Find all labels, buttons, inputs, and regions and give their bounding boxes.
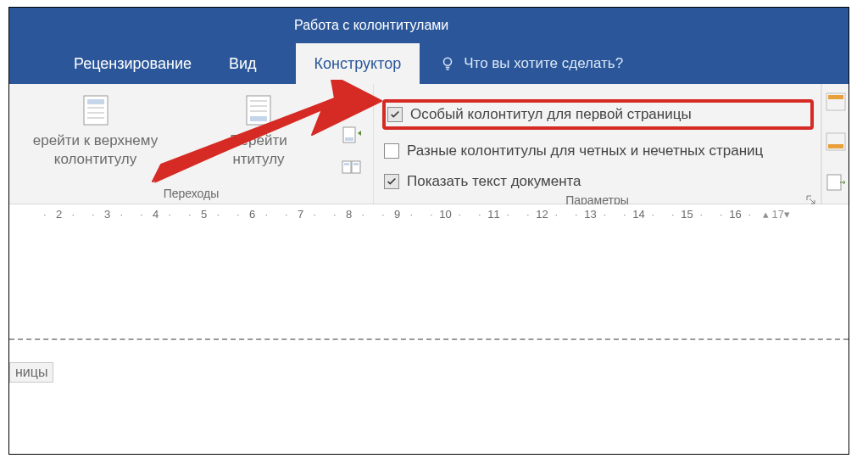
header-label-tab: ницы [9, 362, 53, 383]
page-header-icon [77, 92, 114, 128]
checkbox-icon [387, 107, 403, 122]
insert-alignment-tab-icon[interactable] [826, 173, 848, 195]
previous-section-button[interactable] [341, 92, 363, 115]
checkbox-different-first-page-label: Особый колонтитул для первой страницы [410, 106, 692, 123]
tab-review-label: Рецензирование [74, 55, 192, 73]
goto-footer-button[interactable]: Перейти нтитулу [178, 89, 339, 169]
tab-review[interactable]: Рецензирование [55, 43, 210, 84]
svg-rect-14 [345, 137, 353, 141]
contextual-tab-title-text: Работа с колонтитулами [294, 18, 448, 33]
tell-me-placeholder: Что вы хотите сделать? [464, 55, 623, 72]
svg-rect-10 [250, 116, 267, 121]
document-area[interactable]: ницы формационная компьютерная сеть «Инт… [9, 225, 849, 454]
goto-header-line2: колонтитулу [54, 150, 136, 169]
checkbox-icon [384, 174, 399, 189]
tab-design-label: Конструктор [314, 55, 402, 73]
goto-header-line1: ерейти к верхнему [33, 131, 158, 150]
checkbox-show-document-text[interactable]: Показать текст документа [382, 172, 814, 191]
nav-group-label: Переходы [9, 184, 373, 204]
checkbox-odd-even-pages-label: Разные колонтитулы для четных и нечетных… [407, 143, 763, 159]
checkbox-icon [384, 143, 399, 159]
goto-footer-line2: нтитулу [232, 150, 284, 169]
next-section-button[interactable] [341, 125, 363, 147]
svg-rect-20 [828, 95, 843, 99]
tab-view[interactable]: Вид [210, 43, 275, 84]
checkbox-odd-even-pages[interactable]: Разные колонтитулы для четных и нечетных… [382, 142, 814, 160]
svg-rect-17 [344, 163, 349, 165]
lightbulb-icon [440, 56, 455, 71]
horizontal-ruler[interactable]: 2345678910111213141516▴ 17▾ [9, 204, 849, 225]
footer-position-icon[interactable] [826, 132, 848, 154]
goto-header-button[interactable]: ерейти к верхнему колонтитулу [13, 89, 178, 169]
ribbon-body: ерейти к верхнему колонтитулу Перейти нт… [9, 84, 849, 204]
checkbox-show-document-text-label: Показать текст документа [407, 173, 581, 190]
svg-rect-18 [353, 163, 359, 165]
svg-rect-2 [87, 99, 104, 104]
checkbox-different-first-page[interactable]: Особый колонтитул для первой страницы [382, 99, 814, 130]
tab-view-label: Вид [229, 55, 257, 73]
tab-design[interactable]: Конструктор [296, 43, 420, 84]
contextual-tab-title: Работа с колонтитулами [9, 8, 849, 43]
ribbon-tab-strip: Рецензирование Вид Конструктор Что вы хо… [9, 43, 849, 84]
link-to-previous-button[interactable] [341, 157, 363, 179]
document-body-text: формационная компьютерная сеть «Интернет… [9, 340, 849, 454]
svg-rect-12 [345, 97, 353, 100]
svg-rect-23 [827, 175, 841, 190]
svg-rect-22 [828, 144, 843, 148]
page-footer-icon [240, 92, 277, 128]
goto-footer-line1: Перейти [230, 131, 287, 150]
svg-point-0 [444, 58, 452, 65]
header-position-icon[interactable] [826, 92, 848, 115]
app-window: Работа с колонтитулами Рецензирование Ви… [8, 7, 849, 455]
tell-me-search[interactable]: Что вы хотите сделать? [420, 43, 623, 84]
